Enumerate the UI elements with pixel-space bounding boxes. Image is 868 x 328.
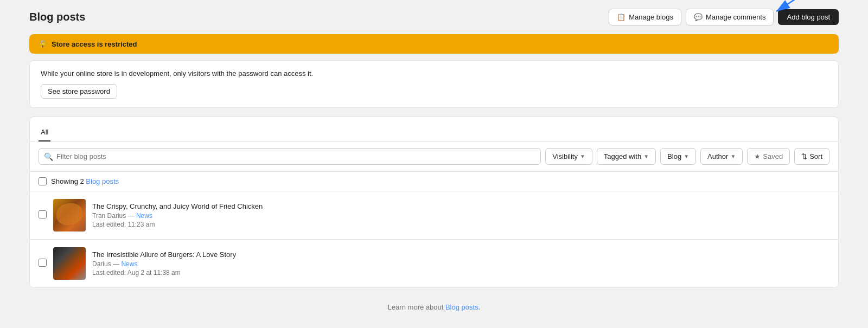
post-thumbnail-2 bbox=[53, 247, 86, 280]
search-input[interactable] bbox=[39, 148, 541, 165]
chevron-down-icon: ▼ bbox=[643, 153, 649, 159]
chevron-down-icon: ▼ bbox=[730, 153, 736, 159]
post-meta-1: Tran Darius — News bbox=[92, 212, 829, 220]
filter-row: 🔍 Visibility ▼ Tagged with ▼ Blog ▼ Auth… bbox=[30, 142, 838, 172]
table-row: The Irresistible Allure of Burgers: A Lo… bbox=[30, 240, 838, 287]
search-icon: 🔍 bbox=[44, 152, 53, 161]
comment-icon: 💬 bbox=[694, 13, 703, 21]
header-actions: 📋 Manage blogs 💬 Manage comments Add blo… bbox=[609, 9, 839, 25]
store-access-card: While your online store is in developmen… bbox=[29, 60, 839, 108]
blog-filter-button[interactable]: Blog ▼ bbox=[660, 148, 696, 165]
post-blog-link-1[interactable]: News bbox=[136, 212, 152, 220]
add-blog-post-button[interactable]: Add blog post bbox=[778, 9, 839, 25]
sort-icon: ⇅ bbox=[801, 152, 807, 160]
post-checkbox-2[interactable] bbox=[39, 259, 47, 267]
post-meta-2: Darius — News bbox=[92, 260, 829, 268]
tagged-with-filter-button[interactable]: Tagged with ▼ bbox=[597, 148, 656, 165]
saved-button[interactable]: ★ Saved bbox=[747, 148, 790, 165]
author-filter-button[interactable]: Author ▼ bbox=[700, 148, 743, 165]
table-row: The Crispy, Crunchy, and Juicy World of … bbox=[30, 191, 838, 240]
manage-blogs-button[interactable]: 📋 Manage blogs bbox=[609, 9, 681, 25]
post-info-2: The Irresistible Allure of Burgers: A Lo… bbox=[92, 250, 829, 276]
manage-comments-button[interactable]: 💬 Manage comments bbox=[686, 9, 774, 25]
visibility-filter-button[interactable]: Visibility ▼ bbox=[545, 148, 592, 165]
post-title-1[interactable]: The Crispy, Crunchy, and Juicy World of … bbox=[92, 202, 829, 210]
search-wrapper: 🔍 bbox=[39, 148, 541, 165]
tabs-row: All bbox=[30, 117, 838, 142]
lock-icon: 🔒 bbox=[38, 40, 47, 48]
tab-all[interactable]: All bbox=[39, 124, 50, 142]
post-info-1: The Crispy, Crunchy, and Juicy World of … bbox=[92, 202, 829, 228]
post-checkbox-1[interactable] bbox=[39, 210, 47, 218]
post-date-1: Last edited: 11:23 am bbox=[92, 221, 829, 228]
post-thumbnail-1 bbox=[53, 199, 86, 231]
alert-text: Store access is restricted bbox=[52, 40, 137, 48]
select-all-checkbox[interactable] bbox=[39, 177, 47, 185]
showing-text: Showing 2 Blog posts bbox=[51, 177, 119, 185]
sort-button[interactable]: ⇅ Sort bbox=[794, 148, 829, 165]
star-icon: ★ bbox=[754, 152, 761, 160]
showing-row: Showing 2 Blog posts bbox=[30, 172, 838, 191]
page-title: Blog posts bbox=[29, 11, 85, 23]
post-title-2[interactable]: The Irresistible Allure of Burgers: A Lo… bbox=[92, 250, 829, 259]
post-blog-link-2[interactable]: News bbox=[121, 260, 137, 268]
post-date-2: Last edited: Aug 2 at 11:38 am bbox=[92, 269, 829, 276]
store-access-description: While your online store is in developmen… bbox=[41, 69, 827, 78]
chevron-down-icon: ▼ bbox=[684, 153, 689, 159]
blog-posts-link[interactable]: Blog posts bbox=[86, 177, 119, 185]
footer-blog-posts-link[interactable]: Blog posts bbox=[445, 303, 478, 311]
page-footer: Learn more about Blog posts. bbox=[29, 297, 839, 318]
alert-banner: 🔒 Store access is restricted bbox=[29, 34, 839, 54]
see-store-password-button[interactable]: See store password bbox=[41, 84, 117, 99]
chevron-down-icon: ▼ bbox=[580, 153, 585, 159]
main-card: All 🔍 Visibility ▼ Tagged with ▼ Blog ▼ … bbox=[29, 117, 839, 288]
blog-icon: 📋 bbox=[617, 13, 626, 21]
